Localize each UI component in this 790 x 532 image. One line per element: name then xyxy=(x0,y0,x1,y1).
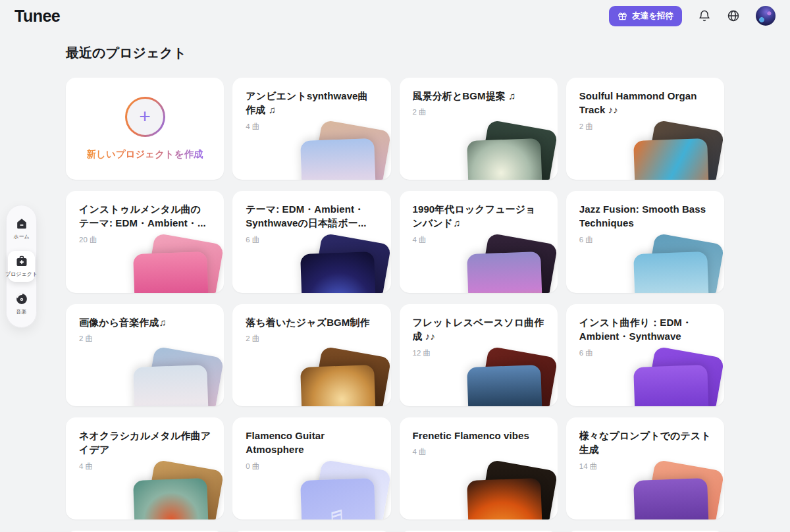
music-icon xyxy=(15,292,28,306)
project-title: Frenetic Flamenco vibes xyxy=(413,429,544,442)
project-track-count: 14 曲 xyxy=(579,462,711,471)
artwork-front-image xyxy=(133,478,209,519)
projects-icon xyxy=(15,255,28,268)
artwork-front-image xyxy=(633,138,710,180)
home-icon xyxy=(15,217,28,230)
project-track-count: 12 曲 xyxy=(413,348,544,358)
artwork-front-image xyxy=(300,138,377,180)
project-track-count: 20 曲 xyxy=(79,235,211,245)
project-card[interactable]: インスト曲作り：EDM・Ambient・Synthwave 6 曲 xyxy=(566,304,724,406)
project-track-count: 6 曲 xyxy=(246,235,377,245)
artwork-front-image xyxy=(633,252,710,293)
bell-icon xyxy=(698,9,711,22)
invite-friends-label: 友達を招待 xyxy=(632,11,673,22)
project-card[interactable]: Frenetic Flamenco vibes 4 曲 xyxy=(400,417,558,519)
project-title: 落ち着いたジャズBGM制作 xyxy=(246,315,377,329)
project-card[interactable]: 画像から音楽作成♫ 2 曲 xyxy=(66,304,224,406)
artwork-front-image xyxy=(467,365,543,406)
project-title: アンビエントsynthwave曲作成 ♫ xyxy=(246,89,377,117)
language-button[interactable] xyxy=(727,9,740,22)
globe-icon xyxy=(727,9,740,22)
sidebar: ホーム プロジェクト 音楽 xyxy=(6,205,37,328)
user-avatar[interactable] xyxy=(756,6,776,26)
sidebar-item-home[interactable]: ホーム xyxy=(8,213,35,244)
sidebar-item-label: ホーム xyxy=(13,233,29,240)
page-title: 最近のプロジェクト xyxy=(66,44,724,62)
project-title: テーマ: EDM・Ambient・Synthwaveの日本語ボー... xyxy=(246,202,377,230)
project-title: Flamenco Guitar Atmosphere xyxy=(246,429,377,457)
project-title: Jazz Fusion: Smooth Bass Techniques xyxy=(579,202,711,230)
plus-icon: + xyxy=(125,97,165,137)
invite-friends-button[interactable]: 友達を招待 xyxy=(609,6,682,26)
new-project-label: 新しいプロジェクトを作成 xyxy=(87,148,203,161)
projects-grid: + 新しいプロジェクトを作成 アンビエントsynthwave曲作成 ♫ 4 曲 … xyxy=(66,78,724,532)
artwork-front-image xyxy=(467,252,543,293)
project-title: 画像から音楽作成♫ xyxy=(79,315,211,329)
project-title: インストゥルメンタル曲のテーマ: EDM・Ambient・... xyxy=(79,202,211,230)
project-card[interactable]: 1990年代ロックフュージョンバンド♫ 4 曲 xyxy=(400,191,558,293)
artwork-front-image xyxy=(300,252,377,293)
app-logo: Tunee xyxy=(14,7,60,26)
project-card[interactable]: フレットレスベースソロ曲作成 ♪♪ 12 曲 xyxy=(400,304,558,406)
header-actions: 友達を招待 xyxy=(609,6,776,26)
artwork-front-image xyxy=(633,478,710,519)
project-title: Soulful Hammond Organ Track ♪♪ xyxy=(579,89,711,117)
project-track-count: 2 曲 xyxy=(413,107,544,117)
artwork-back-image xyxy=(144,346,224,406)
project-title: 様々なプロンプトでのテスト生成 xyxy=(579,429,711,457)
project-card[interactable]: インストゥルメンタル曲のテーマ: EDM・Ambient・... 20 曲 xyxy=(66,191,224,293)
project-card[interactable]: Soulful Hammond Organ Track ♪♪ 2 曲 xyxy=(566,78,724,180)
project-card[interactable]: Flamenco Guitar Atmosphere 0 曲 ♬ xyxy=(232,417,390,519)
project-card[interactable]: 風景分析とBGM提案 ♫ 2 曲 xyxy=(400,78,558,180)
app-header: Tunee 友達を招待 xyxy=(0,0,790,32)
new-project-card[interactable]: + 新しいプロジェクトを作成 xyxy=(66,78,224,180)
project-card[interactable]: 様々なプロンプトでのテスト生成 14 曲 xyxy=(566,417,724,519)
artwork-front-image xyxy=(300,365,377,406)
gift-icon xyxy=(618,11,627,21)
project-track-count: 6 曲 xyxy=(579,348,711,358)
project-track-count: 2 曲 xyxy=(79,334,211,344)
project-title: ネオクラシカルメタル作曲アイデア xyxy=(79,429,211,457)
project-track-count: 4 曲 xyxy=(79,462,211,471)
project-track-count: 2 曲 xyxy=(246,334,377,344)
artwork-front-image xyxy=(467,478,543,519)
sidebar-item-projects[interactable]: プロジェクト xyxy=(8,251,35,282)
project-card[interactable]: アンビエントsynthwave曲作成 ♫ 4 曲 xyxy=(232,78,390,180)
project-card[interactable]: Jazz Fusion: Smooth Bass Techniques 6 曲 xyxy=(566,191,724,293)
artwork-front-image: ♬ xyxy=(300,478,377,519)
artwork-back-image xyxy=(477,120,557,180)
project-track-count: 4 曲 xyxy=(246,122,377,132)
artwork-front-image xyxy=(633,365,710,406)
project-track-count: 2 曲 xyxy=(579,122,711,132)
project-title: インスト曲作り：EDM・Ambient・Synthwave xyxy=(579,315,711,344)
project-title: フレットレスベースソロ曲作成 ♪♪ xyxy=(413,315,544,344)
sidebar-item-label: 音楽 xyxy=(16,308,27,315)
project-track-count: 6 曲 xyxy=(579,235,711,245)
project-track-count: 4 曲 xyxy=(413,447,544,457)
sidebar-item-music[interactable]: 音楽 xyxy=(8,288,35,319)
sidebar-item-label: プロジェクト xyxy=(5,271,38,278)
project-card[interactable]: テーマ: EDM・Ambient・Synthwaveの日本語ボー... 6 曲 xyxy=(232,191,390,293)
artwork-front-image xyxy=(133,252,209,293)
project-card[interactable]: 落ち着いたジャズBGM制作 2 曲 xyxy=(232,304,390,406)
project-track-count: 4 曲 xyxy=(413,235,544,245)
artwork-back-image xyxy=(310,346,390,406)
main-content: 最近のプロジェクト + 新しいプロジェクトを作成 アンビエントsynthwave… xyxy=(0,44,790,532)
artwork-back-image xyxy=(477,460,557,519)
notifications-button[interactable] xyxy=(698,9,711,22)
project-title: 1990年代ロックフュージョンバンド♫ xyxy=(413,202,544,230)
project-title: 風景分析とBGM提案 ♫ xyxy=(413,89,544,103)
artwork-front-image xyxy=(133,365,209,406)
project-card[interactable]: ネオクラシカルメタル作曲アイデア 4 曲 xyxy=(66,417,224,519)
artwork-front-image xyxy=(467,138,543,180)
project-track-count: 0 曲 xyxy=(246,462,377,471)
